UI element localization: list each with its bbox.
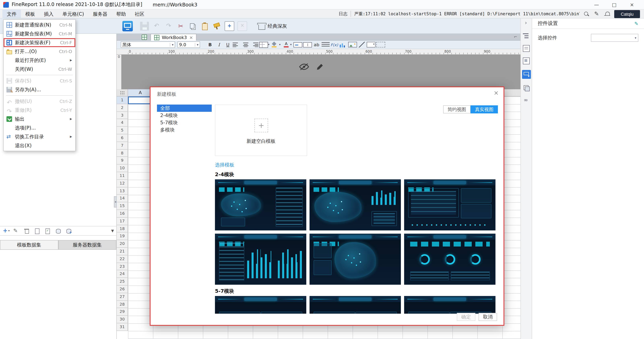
add-dataset-button[interactable] [2,228,9,234]
row-header[interactable]: 26 [117,286,128,293]
template-thumbnail[interactable] [404,179,496,230]
tab-server-dataset[interactable]: 服务器数据集 [58,240,116,250]
file-menu-item[interactable]: 退出(X) [4,141,75,150]
row-header[interactable]: 18 [117,225,128,233]
menubar-item[interactable]: 帮助 [112,9,130,18]
template-category[interactable]: 2-4模块 [157,112,212,119]
align-left-icon[interactable] [233,42,241,47]
collapse-panel-icon[interactable] [523,20,530,27]
template-thumbnail[interactable] [310,179,401,230]
row-header[interactable]: 5 [117,127,128,134]
row-header[interactable]: 1 [117,96,128,104]
row-header[interactable]: 28 [117,301,128,308]
maximize-button[interactable]: □ [605,0,623,9]
split-cell-icon[interactable] [303,42,312,47]
row-header[interactable]: 15 [117,202,128,210]
merge-cell-icon[interactable] [293,42,302,47]
dialog-close-icon[interactable]: × [494,89,499,96]
edit-parameter-pane-icon[interactable] [316,63,324,71]
chevron-down-icon[interactable]: ▾ [279,43,280,46]
row-header[interactable]: 7 [117,142,128,150]
row-header[interactable]: 16 [117,210,128,218]
float-element-icon[interactable] [523,57,530,64]
row-header[interactable]: 13 [117,187,128,195]
row-header[interactable]: 6 [117,134,128,142]
template-thumbnail[interactable] [215,296,306,314]
row-header[interactable]: 17 [117,218,128,225]
account-button[interactable]: Catqiu [614,10,640,18]
format-brush-icon[interactable] [212,22,222,30]
row-header[interactable]: 12 [117,180,128,187]
notification-bell-icon[interactable] [604,10,611,17]
template-list-button[interactable] [142,34,148,40]
template-category[interactable]: 5-7模块 [157,119,212,126]
template-category[interactable]: 多模块 [157,126,212,133]
edit-dataset-button[interactable] [13,228,19,234]
image-icon[interactable] [348,42,357,47]
align-center-icon[interactable] [242,42,250,47]
chevron-down-icon[interactable]: ▾ [268,43,270,46]
template-thumbnail[interactable] [310,296,401,314]
file-menu-item[interactable]: 切换工作目录▶ [4,132,75,141]
frame-icon[interactable] [376,42,385,47]
menubar-item[interactable]: 插入 [40,9,58,18]
template-thumbnail[interactable] [404,296,496,314]
file-menu-item[interactable]: 关闭(W)Ctrl-W [4,65,75,74]
minimize-button[interactable]: — [588,0,605,9]
tab-expand-icon[interactable]: ⌐ [514,34,517,39]
row-header[interactable]: 2 [117,104,128,112]
row-header[interactable]: 29 [117,308,128,316]
widget-settings-icon[interactable] [522,70,531,79]
row-header[interactable]: 31 [117,323,128,331]
line-icon[interactable] [358,42,366,47]
row-header[interactable]: 27 [117,293,128,301]
template-info-icon[interactable] [523,45,530,52]
row-header[interactable]: 11 [117,172,128,180]
row-header[interactable]: 3 [117,112,128,119]
menubar-item[interactable]: 社区 [130,9,149,18]
row-header[interactable]: 24 [117,271,128,278]
real-view-button[interactable]: 真实视图 [470,105,498,113]
file-menu-item[interactable]: 保存(S)Ctrl-S [4,76,75,85]
widget-icon[interactable] [366,42,375,47]
ok-button[interactable]: 确定 [457,313,475,321]
row-header[interactable]: 21 [117,248,128,255]
file-menu-item[interactable]: 打开...(O)Ctrl-O [4,47,75,56]
chart-icon[interactable] [339,42,347,47]
edit-icon[interactable] [593,10,600,17]
row-header[interactable]: 25 [117,278,128,286]
row-header[interactable]: 14 [117,195,128,202]
row-header[interactable]: 9 [117,157,128,165]
menubar-item[interactable]: 服务器 [88,9,112,18]
row-header[interactable]: 10 [117,164,128,172]
widget-tree-icon[interactable] [523,32,530,39]
file-menu-item[interactable]: 选项(P)... [4,123,75,132]
menubar-item[interactable]: 单元格(C) [58,9,88,18]
chevron-down-icon[interactable]: ▾ [290,43,292,46]
panel-edit-icon[interactable]: ✎ [634,21,638,26]
preview-template-icon[interactable] [122,21,133,31]
template-thumbnail[interactable] [215,179,306,230]
file-menu-item[interactable]: 另存为(A)... [4,85,75,94]
collapse-down-icon[interactable]: ▼ [111,229,114,233]
underline-icon[interactable]: U [224,41,232,48]
template-thumbnail[interactable] [310,234,401,285]
tab-workbook3[interactable]: WorkBook3 × [150,34,196,41]
align-right-icon[interactable] [250,42,258,47]
paste-icon[interactable] [200,22,209,30]
log-label[interactable]: 日志 [338,11,351,17]
copy-icon[interactable] [188,22,197,30]
border-icon[interactable] [259,42,268,48]
file-menu-item[interactable]: 新建决策报表(F)Ctrl-F [4,38,75,47]
duplicate-dataset-button[interactable] [34,228,40,234]
formula-icon[interactable]: F(x) [330,41,338,48]
layers-icon[interactable] [523,84,530,91]
tab-close-icon[interactable]: × [189,35,193,40]
column-header-a[interactable]: A [128,89,153,96]
insert-float-icon[interactable] [224,21,234,31]
new-blank-template-card[interactable]: + 新建空白模板 [215,105,307,156]
font-color-icon[interactable] [282,42,290,47]
template-thumbnail[interactable] [404,234,496,285]
file-menu-item[interactable]: 最近打开的(E)▶ [4,56,75,65]
row-header[interactable]: 4 [117,119,128,127]
